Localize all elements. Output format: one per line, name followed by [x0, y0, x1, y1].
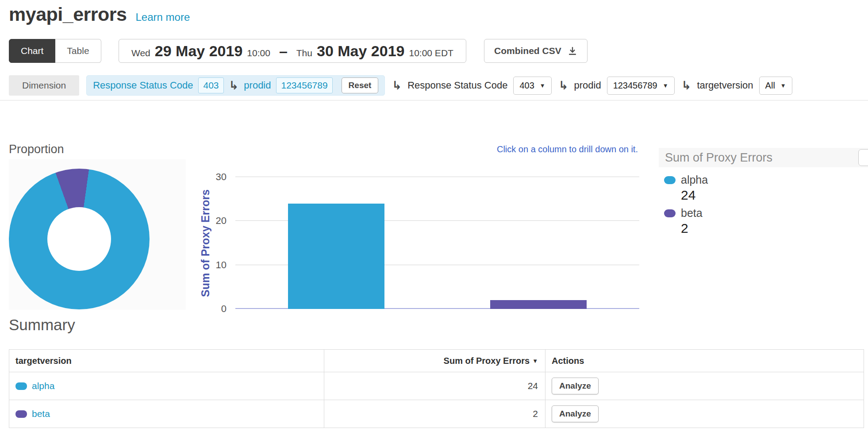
- legend-label: beta: [681, 207, 703, 220]
- drilldown-arrow-icon: ↳: [682, 80, 691, 91]
- table-row: beta 2 Analyze: [9, 400, 864, 428]
- summary-table: targetversion Sum of Proxy Errors▼ Actio…: [9, 349, 864, 428]
- legend-panel: Sum of Proxy Errors alpha 24 beta 2: [659, 148, 868, 240]
- breadcrumb-value-2[interactable]: 123456789: [276, 77, 332, 93]
- legend-scroll-button[interactable]: [858, 149, 868, 166]
- y-tick: 20: [216, 215, 227, 227]
- y-tick: 10: [216, 259, 227, 271]
- bar-slot: [235, 177, 438, 309]
- targetversion-value: All: [765, 81, 775, 91]
- prodid-value: 123456789: [613, 81, 657, 91]
- y-tick: 30: [216, 171, 227, 183]
- analyze-button[interactable]: Analyze: [552, 378, 599, 394]
- report-page: myapi_errors Learn more Chart Table Wed …: [0, 0, 868, 432]
- proportion-panel: [9, 159, 186, 310]
- summary-title: Summary: [9, 316, 75, 334]
- legend-item[interactable]: alpha 24: [664, 174, 863, 203]
- status-code-select[interactable]: 403 ▼: [513, 77, 551, 95]
- combined-csv-label: Combined CSV: [494, 46, 561, 56]
- alpha-row-swatch: [15, 382, 27, 390]
- legend-value: 24: [681, 188, 863, 203]
- legend-items: alpha 24 beta 2: [659, 167, 868, 236]
- drilldown-arrow-icon: ↳: [229, 80, 239, 91]
- bar-chart-plot: [235, 177, 639, 309]
- col-targetversion: targetversion: [9, 350, 324, 372]
- date-separator: –: [279, 42, 288, 60]
- combined-csv-button[interactable]: Combined CSV: [484, 39, 588, 63]
- chevron-down-icon: ▼: [780, 82, 786, 89]
- alpha-swatch: [664, 176, 676, 184]
- alpha-actions-cell: Analyze: [545, 372, 864, 400]
- drilldown-prodid: ↳ prodid 123456789 ▼: [559, 77, 675, 95]
- beta-row-swatch: [15, 410, 27, 418]
- end-day: Thu: [296, 48, 312, 58]
- beta-actions-cell: Analyze: [545, 400, 864, 428]
- beta-link[interactable]: beta: [32, 409, 50, 419]
- analyze-button[interactable]: Analyze: [552, 405, 599, 422]
- dimension-label: Dimension: [9, 75, 79, 96]
- col-sum-proxy-errors[interactable]: Sum of Proxy Errors▼: [324, 350, 545, 372]
- legend-label: alpha: [681, 174, 708, 186]
- section-divider: [0, 100, 868, 100]
- view-toggle: Chart Table: [9, 39, 101, 63]
- status-code-value: 403: [519, 81, 534, 91]
- start-day: Wed: [131, 48, 150, 58]
- drilldown-breadcrumb: Response Status Code 403 ↳ prodid 123456…: [86, 75, 385, 96]
- bars: [235, 177, 639, 309]
- alpha-link[interactable]: alpha: [32, 381, 54, 391]
- alpha-cell: alpha: [9, 372, 324, 400]
- beta-value: 2: [324, 400, 545, 428]
- drilldown-targetversion: ↳ targetversion All ▼: [682, 77, 792, 95]
- y-tick: 0: [221, 303, 227, 315]
- y-axis-ticks: 0 10 20 30: [199, 177, 227, 309]
- breadcrumb-dimension-2[interactable]: prodid: [244, 80, 271, 91]
- end-date: 30 May 2019: [317, 42, 405, 60]
- drilldown-label-targetversion: targetversion: [697, 80, 753, 91]
- learn-more-link[interactable]: Learn more: [136, 11, 190, 23]
- sort-desc-icon: ▼: [532, 358, 538, 364]
- legend-header: Sum of Proxy Errors: [659, 148, 868, 167]
- breadcrumb-value-1[interactable]: 403: [198, 77, 223, 93]
- drilldown-label-prodid: prodid: [574, 80, 601, 91]
- targetversion-select[interactable]: All ▼: [759, 77, 792, 95]
- table-header-row: targetversion Sum of Proxy Errors▼ Actio…: [9, 350, 864, 372]
- table-row: alpha 24 Analyze: [9, 372, 864, 400]
- download-icon: [568, 46, 577, 56]
- alpha-value: 24: [324, 372, 545, 400]
- page-header: myapi_errors Learn more: [9, 4, 190, 25]
- start-time: 10:00: [247, 48, 270, 58]
- bar[interactable]: [490, 300, 587, 309]
- drilldown-label-status-code: Response Status Code: [407, 80, 507, 91]
- reset-button[interactable]: Reset: [342, 77, 379, 93]
- bar[interactable]: [288, 204, 384, 309]
- page-title: myapi_errors: [9, 4, 127, 25]
- end-time: 10:00 EDT: [409, 48, 453, 58]
- drilldown-hint: Click on a column to drill down on it.: [497, 144, 638, 154]
- date-range-picker[interactable]: Wed 29 May 2019 10:00 – Thu 30 May 2019 …: [119, 39, 466, 63]
- table-tab[interactable]: Table: [55, 39, 101, 63]
- beta-cell: beta: [9, 400, 324, 428]
- start-date: 29 May 2019: [155, 42, 243, 60]
- col-sum-label: Sum of Proxy Errors: [444, 356, 530, 366]
- chevron-down-icon: ▼: [663, 82, 668, 89]
- chart-tab[interactable]: Chart: [9, 39, 55, 63]
- drilldown-status-code: ↳ Response Status Code 403 ▼: [392, 77, 551, 95]
- drilldown-arrow-icon: ↳: [559, 80, 568, 91]
- legend-title: Sum of Proxy Errors: [665, 151, 772, 165]
- legend-item[interactable]: beta 2: [664, 207, 863, 236]
- prodid-select[interactable]: 123456789 ▼: [607, 77, 675, 95]
- donut-chart[interactable]: [9, 169, 150, 309]
- chevron-down-icon: ▼: [540, 82, 545, 89]
- col-actions: Actions: [545, 350, 864, 372]
- bar-slot: [438, 177, 640, 309]
- beta-swatch: [664, 209, 676, 217]
- drilldown-arrow-icon: ↳: [392, 80, 402, 91]
- filter-bar: Dimension Response Status Code 403 ↳ pro…: [9, 75, 859, 96]
- breadcrumb-dimension-1[interactable]: Response Status Code: [93, 80, 193, 91]
- proportion-title: Proportion: [9, 143, 64, 156]
- legend-value: 2: [681, 221, 863, 236]
